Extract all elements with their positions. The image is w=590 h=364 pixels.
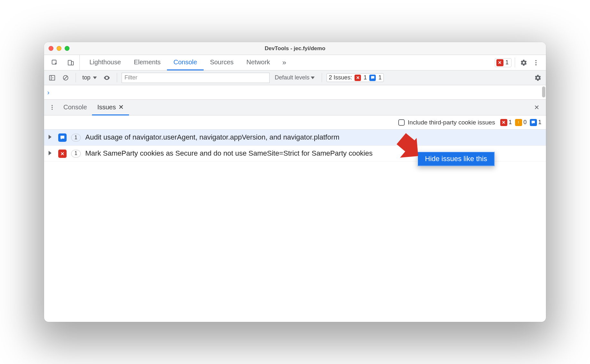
context-menu-item-label: Hide issues like this [425,155,487,163]
issue-count-badge: 1 [71,150,81,158]
svg-point-4 [535,62,537,63]
devtools-window: DevTools - jec.fyi/demo Lighthouse Eleme… [44,42,546,322]
panel-tabstrip: Lighthouse Elements Console Sources Netw… [44,55,546,70]
issue-row[interactable]: 1 Audit usage of navigator.userAgent, na… [44,130,546,146]
close-icon: ✕ [534,104,539,111]
error-icon [355,75,361,81]
execution-context-selector[interactable]: top [80,74,99,82]
drawer-tab-issues-label: Issues [97,104,116,111]
drawer-tab-console[interactable]: Console [58,100,92,115]
tab-console[interactable]: Console [167,55,203,70]
tab-network[interactable]: Network [240,55,276,70]
console-sidebar-toggle-icon[interactable] [47,72,58,83]
tab-sources[interactable]: Sources [204,55,240,70]
context-menu-hide-issues[interactable]: Hide issues like this [417,151,495,166]
issue-message: Audit usage of navigator.userAgent, navi… [85,133,541,142]
count-info: 1 [538,119,541,126]
svg-point-12 [51,109,52,110]
expand-caret-icon[interactable] [49,135,54,139]
count-error: 1 [509,119,512,126]
issues-summary-button[interactable]: 2 Issues: 1 1 [327,73,384,82]
close-drawer-button[interactable]: ✕ [530,100,544,115]
svg-rect-2 [71,61,73,65]
inspect-element-icon[interactable] [49,57,60,68]
svg-point-11 [51,107,52,108]
kebab-menu-icon[interactable] [530,57,541,68]
console-prompt-caret: › [47,89,50,96]
error-count-badge[interactable]: 1 [495,58,512,67]
tab-elements[interactable]: Elements [127,55,167,70]
scrollbar-thumb[interactable] [542,86,545,97]
svg-point-10 [51,105,52,106]
drawer-tab-console-label: Console [63,104,87,111]
third-party-cookies-checkbox[interactable] [398,119,405,126]
issues-error-count: 1 [364,74,367,81]
warning-icon [515,119,522,126]
issue-type-counts: 1 0 1 [500,119,541,126]
svg-point-3 [535,60,537,61]
panel-tabs: Lighthouse Elements Console Sources Netw… [80,55,292,70]
issues-toolbar: Include third-party cookie issues 1 0 1 [44,115,546,130]
tab-lighthouse[interactable]: Lighthouse [83,55,127,70]
svg-rect-1 [68,60,71,65]
log-levels-label: Default levels [275,74,309,81]
issues-info-count: 1 [378,74,382,81]
log-levels-selector[interactable]: Default levels [272,74,317,81]
third-party-cookies-label: Include third-party cookie issues [408,119,495,126]
svg-line-9 [64,76,68,79]
issues-summary-label: 2 Issues: [329,74,352,81]
execution-context-label: top [82,74,90,81]
settings-gear-icon[interactable] [518,57,529,68]
issue-count-badge: 1 [71,134,81,141]
device-toolbar-icon[interactable] [65,57,76,68]
count-warning: 0 [523,119,527,126]
live-expression-eye-icon[interactable] [101,72,112,83]
info-icon [369,75,376,81]
info-icon [530,119,537,126]
window-title: DevTools - jec.fyi/demo [44,45,546,52]
console-filter-bar: top Default levels 2 Issues: 1 1 [44,70,546,85]
svg-rect-14 [518,123,519,123]
issue-kind-info-icon [58,133,67,142]
error-count-value: 1 [505,59,509,66]
svg-rect-6 [50,75,55,80]
error-icon [500,119,507,126]
expand-caret-icon[interactable] [49,151,54,155]
console-filter-input[interactable] [122,73,270,83]
clear-console-icon[interactable] [60,72,71,83]
svg-point-5 [535,64,537,65]
svg-rect-13 [518,121,519,123]
console-settings-gear-icon[interactable] [532,72,543,83]
close-tab-icon[interactable]: ✕ [118,103,124,111]
console-input-area[interactable]: › [44,85,546,99]
window-titlebar: DevTools - jec.fyi/demo [44,42,546,55]
drawer-kebab-icon[interactable] [46,100,58,115]
more-tabs-chevron-icon[interactable]: » [276,55,292,70]
error-icon [496,59,503,66]
drawer-tabstrip: Console Issues ✕ ✕ [44,99,546,115]
drawer-tab-issues[interactable]: Issues ✕ [92,100,129,115]
annotation-arrow-icon [389,133,421,165]
issue-kind-error-icon [58,150,67,158]
